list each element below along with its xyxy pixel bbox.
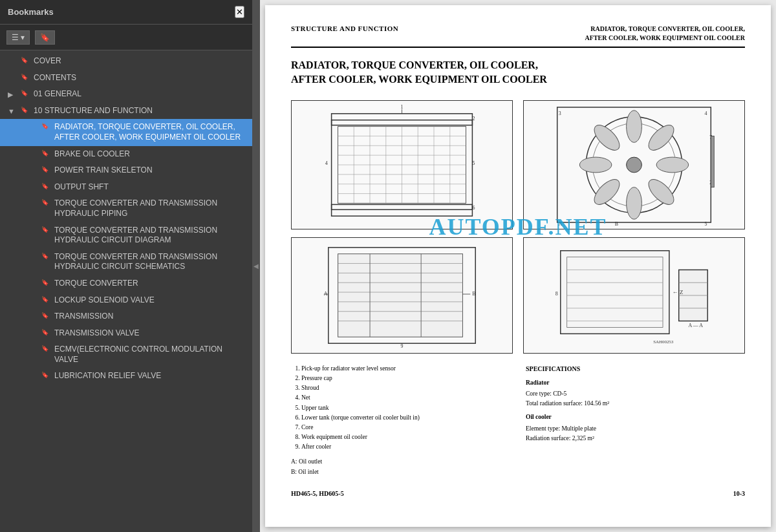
bookmark-icon-ecmv: 🔖 [41, 345, 50, 353]
sidebar-item-power-train[interactable]: 🔖POWER TRAIN SKELETON [0, 162, 252, 179]
sidebar-item-label-tc-schematics: TORQUE CONVERTER AND TRANSMISSION HYDRAU… [54, 252, 247, 272]
svg-text:5: 5 [472, 160, 475, 166]
svg-rect-2 [332, 114, 473, 125]
bookmark-icon-brake-oil-cooler: 🔖 [41, 150, 50, 158]
bookmark-icon-torque-converter: 🔖 [41, 279, 50, 287]
diagrams-wrapper: AUTOPDF.NET [291, 100, 745, 354]
svg-rect-59 [711, 136, 714, 187]
legend-item-6: Lower tank (torque converter oil cooler … [301, 413, 510, 423]
diagram-top-right: 3 4 5 A B 2 7 [523, 100, 745, 229]
panel-splitter[interactable] [252, 0, 260, 532]
svg-text:1: 1 [401, 104, 404, 110]
sidebar-item-label-cover: COVER [34, 56, 247, 67]
footer-right: 10-3 [733, 490, 745, 497]
svg-point-43 [627, 111, 642, 143]
sidebar-item-label-transmission: TRANSMISSION [54, 312, 247, 322]
sidebar-item-tc-schematics[interactable]: 🔖TORQUE CONVERTER AND TRANSMISSION HYDRA… [0, 249, 252, 275]
sidebar-item-label-structure: 10 STRUCTURE AND FUNCTION [34, 106, 247, 116]
svg-text:6: 6 [472, 205, 475, 211]
view-options-button[interactable]: ☰ ▾ [6, 30, 30, 45]
svg-text:8: 8 [555, 291, 558, 297]
diagrams-left: 1 2 5 6 4 [291, 100, 513, 354]
sidebar-item-label-radiator: RADIATOR, TORQUE CONVERTER, OIL COOLER, … [54, 122, 247, 142]
specs-section: SPECIFICATIONS Radiator Core type: CD-5 … [526, 364, 745, 477]
diagram-top-left: 1 2 5 6 4 [291, 100, 513, 229]
bookmark-icon-output-shft: 🔖 [41, 183, 50, 191]
footer-left: HD465-5, HD605-5 [291, 490, 344, 497]
sidebar-item-label-lubrication: LUBRICATION RELIEF VALVE [54, 371, 247, 381]
sidebar-item-brake-oil-cooler[interactable]: 🔖BRAKE OIL COOLER [0, 146, 252, 163]
diagrams-section: 1 2 5 6 4 [291, 100, 745, 354]
svg-text:3: 3 [559, 111, 561, 116]
sidebar-item-lubrication[interactable]: 🔖LUBRICATION RELIEF VALVE [0, 368, 252, 385]
legend-list: Pick-up for radiator water level sensorP… [291, 364, 510, 452]
bookmark-icon-tc-schematics: 🔖 [41, 253, 50, 261]
svg-rect-60 [561, 251, 669, 334]
sidebar-item-label-lockup-solenoid: LOCKUP SOLENOID VALVE [54, 295, 247, 306]
svg-point-49 [579, 157, 612, 173]
bookmark-button[interactable]: 🔖 [35, 30, 55, 45]
core-type: Core type: CD-5 [526, 389, 745, 399]
sidebar-item-lockup-solenoid[interactable]: 🔖LOCKUP SOLENOID VALVE [0, 292, 252, 309]
sidebar-item-label-power-train: POWER TRAIN SKELETON [54, 165, 247, 176]
sidebar-item-ecmv[interactable]: 🔖ECMV(ELECTRONIC CONTROL MODULATION VALV… [0, 341, 252, 368]
sidebar-item-label-torque-converter: TORQUE CONVERTER [54, 279, 247, 289]
sidebar-item-label-general: 01 GENERAL [34, 89, 247, 100]
svg-point-45 [656, 157, 689, 173]
close-button[interactable]: ✕ [235, 6, 244, 18]
svg-rect-3 [332, 204, 473, 216]
bookmark-icon-contents: 🔖 [21, 74, 30, 81]
legend-item-3: Shroud [301, 383, 510, 393]
bottom-section: Pick-up for radiator water level sensorP… [291, 364, 745, 477]
oil-cooler-label: Oil cooler [526, 412, 745, 422]
sidebar-item-output-shft[interactable]: 🔖OUTPUT SHFT [0, 179, 252, 196]
svg-text:SAH00253: SAH00253 [653, 339, 674, 344]
diagram-bottom-right: ← Z A — A SAH00253 8 [523, 237, 745, 354]
sidebar-item-tc-diagram[interactable]: 🔖TORQUE CONVERTER AND TRANSMISSION HYDRA… [0, 222, 252, 249]
expand-icon-structure[interactable]: ▼ [8, 107, 18, 116]
page-header-left: STRUCTURE AND FUNCTION [291, 25, 398, 32]
page-footer: HD465-5, HD605-5 10-3 [291, 487, 745, 497]
bookmark-icon-lockup-solenoid: 🔖 [41, 296, 50, 304]
bookmark-icon-lubrication: 🔖 [41, 372, 50, 379]
sidebar-item-label-output-shft: OUTPUT SHFT [54, 182, 247, 193]
bookmark-icon-general: 🔖 [21, 90, 30, 98]
bookmark-icon-tc-piping: 🔖 [41, 199, 50, 207]
legend-item-5: Upper tank [301, 403, 510, 413]
sidebar-title: Bookmarks [8, 7, 54, 17]
sidebar-item-structure[interactable]: ▼🔖10 STRUCTURE AND FUNCTION [0, 103, 252, 120]
legend-item-9: After cooler [301, 442, 510, 452]
sidebar-item-cover[interactable]: 🔖COVER [0, 53, 252, 70]
radiator-label: Radiator [526, 378, 745, 388]
legend-item-8: Work equipment oil cooler [301, 432, 510, 442]
bookmark-icon-structure: 🔖 [21, 107, 30, 114]
sidebar-item-radiator[interactable]: 🔖RADIATOR, TORQUE CONVERTER, OIL COOLER,… [0, 119, 252, 145]
svg-text:B: B [472, 291, 475, 297]
sidebar-item-torque-converter[interactable]: 🔖TORQUE CONVERTER [0, 275, 252, 292]
legend-item-1: Pick-up for radiator water level sensor [301, 364, 510, 374]
sidebar-item-general[interactable]: ▶🔖01 GENERAL [0, 86, 252, 103]
sidebar-item-label-contents: CONTENTS [34, 73, 247, 83]
element-type: Element type: Multiple plate [526, 424, 745, 434]
bookmark-icon-transmission-valve: 🔖 [41, 329, 50, 337]
expand-icon-general[interactable]: ▶ [8, 90, 18, 99]
sidebar-item-contents[interactable]: 🔖CONTENTS [0, 70, 252, 87]
svg-text:2: 2 [472, 115, 475, 121]
sidebar-item-label-ecmv: ECMV(ELECTRONIC CONTROL MODULATION VALVE [54, 345, 247, 365]
svg-text:9: 9 [401, 343, 404, 349]
diagrams-right: 3 4 5 A B 2 7 [523, 100, 745, 354]
bookmark-icon-radiator: 🔖 [41, 123, 50, 131]
bookmark-icon-power-train: 🔖 [41, 166, 50, 174]
svg-text:← Z: ← Z [673, 289, 684, 295]
svg-text:A — A: A — A [689, 323, 704, 328]
sidebar-item-transmission[interactable]: 🔖TRANSMISSION [0, 308, 252, 325]
sidebar-item-tc-piping[interactable]: 🔖TORQUE CONVERTER AND TRANSMISSION HYDRA… [0, 195, 252, 222]
sidebar-toolbar: ☰ ▾ 🔖 [0, 25, 252, 50]
svg-point-47 [627, 187, 642, 219]
page-view: STRUCTURE AND FUNCTION RADIATOR, TORQUE … [265, 5, 771, 527]
svg-text:4: 4 [325, 160, 328, 166]
sidebar: Bookmarks ✕ ☰ ▾ 🔖 🔖COVER🔖CONTENTS▶🔖01 GE… [0, 0, 252, 532]
svg-point-51 [627, 157, 642, 173]
sidebar-item-transmission-valve[interactable]: 🔖TRANSMISSION VALVE [0, 325, 252, 342]
ab-labels: A: Oil outlet B: Oil inlet [291, 457, 510, 476]
